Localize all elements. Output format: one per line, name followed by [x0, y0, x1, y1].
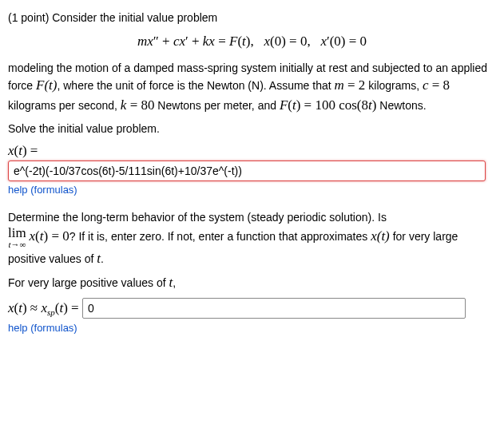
lim-expr: x(t) = 0	[30, 228, 69, 244]
limit-symbol: lim t→∞	[8, 226, 26, 249]
lim-top: lim	[8, 226, 26, 240]
body-seg3: kilograms,	[365, 79, 423, 92]
xsp-label: x(t) ≈ xsp(t) =	[8, 300, 82, 315]
c-eq: c = 8	[423, 77, 450, 93]
lt-intro: Determine the long-term behavior of the …	[8, 211, 387, 224]
body-seg2: , where the unit of force is the Newton …	[57, 79, 334, 92]
xt-inline2: x(t)	[371, 228, 390, 244]
Ft-inline: F(t)	[36, 77, 57, 93]
points: (1 point)	[8, 11, 52, 24]
answer1-input[interactable]	[8, 161, 486, 181]
answer1-row: x(t) = help (formulas)	[8, 141, 496, 198]
answer2-input[interactable]	[82, 298, 466, 319]
body-seg4: kilograms per second,	[8, 99, 121, 112]
solve-prompt: Solve the initial value problem.	[8, 121, 496, 137]
problem-intro: (1 point) Consider the initial value pro…	[8, 10, 496, 26]
lim-bot: t→∞	[8, 240, 26, 249]
intro-text: Consider the initial value problem	[52, 11, 217, 24]
long-term-block: Determine the long-term behavior of the …	[8, 209, 496, 268]
help-link-1[interactable]: help (formulas)	[8, 184, 77, 196]
lt-rest: ? If it is, enter zero. If not, enter a …	[69, 230, 371, 243]
for-large-text: For very large positive values of	[8, 276, 169, 289]
for-large-comma: ,	[173, 276, 176, 289]
help-link-2[interactable]: help (formulas)	[8, 322, 77, 334]
k-eq: k = 80	[121, 97, 155, 113]
main-equation: mx″ + cx′ + kx = F(t), x(0) = 0, x′(0) =…	[8, 30, 496, 52]
Ft-eq: F(t) = 100 cos(8t)	[280, 97, 377, 113]
body-seg5: Newtons per meter, and	[154, 99, 279, 112]
xt-label: x(t) =	[8, 143, 38, 158]
m-eq: m = 2	[335, 77, 366, 93]
for-large-line: For very large positive values of t,	[8, 273, 496, 293]
problem-body: modeling the motion of a damped mass-spr…	[8, 60, 496, 116]
body-seg6: Newtons.	[376, 99, 426, 112]
lt-period: .	[101, 252, 104, 265]
answer2-row: x(t) ≈ xsp(t) = help (formulas)	[8, 298, 496, 336]
